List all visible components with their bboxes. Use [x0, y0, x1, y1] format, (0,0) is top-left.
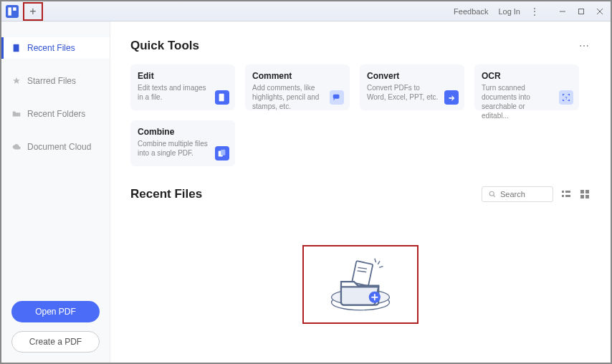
sidebar-item-document-cloud[interactable]: Document Cloud [1, 136, 110, 158]
recent-files-title: Recent Files [130, 187, 202, 201]
kebab-menu-icon[interactable]: ⋮ [530, 6, 539, 16]
svg-rect-21 [585, 190, 589, 193]
new-tab-button[interactable]: + [25, 4, 41, 19]
login-link[interactable]: Log In [498, 7, 520, 16]
svg-line-32 [375, 259, 376, 262]
svg-rect-0 [8, 7, 11, 15]
folder-icon [11, 109, 21, 119]
svg-point-14 [489, 191, 494, 196]
svg-rect-10 [333, 95, 340, 99]
tool-title: Convert [367, 71, 457, 81]
sidebar-item-label: Document Cloud [27, 142, 91, 152]
comment-icon [330, 90, 344, 105]
sidebar-item-recent-files[interactable]: Recent Files [1, 37, 110, 59]
sidebar-item-label: Recent Folders [27, 109, 85, 119]
quick-tools-title: Quick Tools [130, 39, 199, 53]
convert-icon [444, 90, 459, 105]
close-button[interactable] [593, 5, 606, 18]
quick-tools-grid: Edit Edit texts and images in a file. Co… [130, 64, 591, 166]
app-logo-icon [6, 5, 19, 18]
create-pdf-button[interactable]: Create a PDF [11, 331, 100, 353]
edit-icon [215, 90, 229, 105]
tool-desc: Edit texts and images in a file. [138, 83, 209, 102]
svg-line-33 [378, 261, 380, 264]
tool-title: Edit [138, 71, 228, 81]
cloud-icon [11, 142, 21, 152]
tool-desc: Add comments, like highlights, pencil an… [252, 83, 324, 111]
empty-state-highlight [302, 245, 419, 324]
tool-card-edit[interactable]: Edit Edit texts and images in a file. [130, 64, 235, 110]
svg-rect-6 [14, 44, 19, 52]
sidebar-item-label: Recent Files [27, 43, 75, 53]
svg-rect-23 [585, 195, 589, 198]
quick-tools-more-icon[interactable]: ⋯ [579, 40, 591, 52]
maximize-button[interactable] [575, 5, 588, 18]
titlebar: + Feedback Log In ⋮ [1, 1, 611, 21]
svg-rect-1 [13, 7, 16, 11]
svg-rect-19 [565, 195, 570, 197]
tool-desc: Convert PDFs to Word, Excel, PPT, etc. [367, 83, 439, 102]
ocr-icon: T [559, 90, 573, 105]
svg-line-15 [494, 196, 495, 197]
empty-folder-icon [321, 251, 400, 315]
feedback-link[interactable]: Feedback [454, 7, 488, 16]
search-input[interactable] [500, 190, 547, 198]
grid-view-button[interactable] [579, 188, 591, 200]
svg-rect-17 [565, 191, 570, 193]
tool-title: OCR [482, 71, 572, 81]
svg-rect-16 [562, 191, 564, 193]
svg-line-34 [379, 267, 383, 268]
sidebar-item-starred-files[interactable]: Starred Files [1, 70, 110, 92]
star-icon [11, 76, 21, 86]
svg-rect-18 [562, 195, 564, 197]
tool-card-convert[interactable]: Convert Convert PDFs to Word, Excel, PPT… [360, 64, 464, 110]
tool-desc: Combine multiple files into a single PDF… [138, 139, 209, 158]
empty-state [130, 245, 591, 324]
svg-rect-22 [580, 195, 584, 198]
combine-icon [215, 146, 229, 161]
tool-card-ocr[interactable]: OCR Turn scanned documents into searchab… [474, 64, 579, 110]
sidebar-item-recent-folders[interactable]: Recent Folders [1, 103, 110, 125]
new-tab-highlight: + [23, 2, 43, 21]
open-pdf-button[interactable]: Open PDF [11, 301, 100, 322]
svg-rect-3 [579, 9, 584, 14]
svg-rect-20 [580, 190, 584, 193]
svg-rect-8 [220, 95, 223, 96]
tool-card-comment[interactable]: Comment Add comments, like highlights, p… [245, 64, 350, 110]
tool-title: Combine [138, 127, 228, 137]
svg-rect-13 [221, 150, 225, 155]
tool-desc: Turn scanned documents into searchable o… [482, 83, 553, 120]
sidebar: Recent Files Starred Files Recent Folder… [1, 21, 110, 363]
tool-title: Comment [252, 71, 343, 81]
list-view-button[interactable] [560, 188, 572, 200]
svg-rect-9 [220, 97, 223, 97]
sidebar-item-label: Starred Files [27, 76, 76, 86]
main-content: Quick Tools ⋯ Edit Edit texts and images… [110, 21, 611, 363]
search-icon [488, 190, 497, 198]
minimize-button[interactable] [556, 5, 569, 18]
search-box[interactable] [482, 186, 553, 202]
tool-card-combine[interactable]: Combine Combine multiple files into a si… [130, 120, 235, 166]
svg-text:T: T [565, 95, 568, 100]
file-icon [11, 43, 21, 53]
